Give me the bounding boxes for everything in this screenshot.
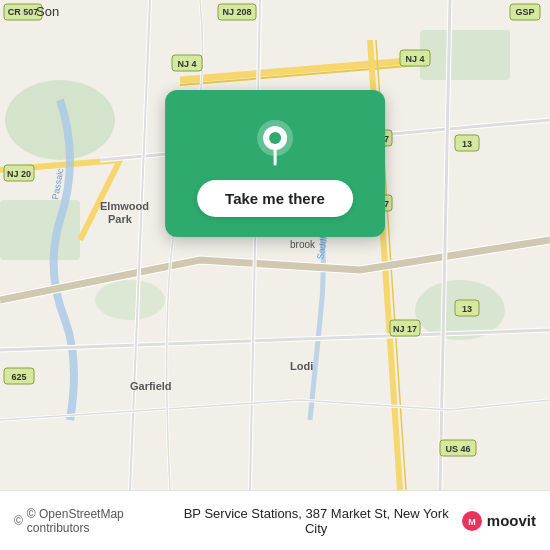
svg-text:NJ 20: NJ 20 <box>7 169 31 179</box>
svg-text:Elmwood: Elmwood <box>100 200 149 212</box>
svg-text:625: 625 <box>11 372 26 382</box>
moovit-text: moovit <box>487 512 536 529</box>
location-label: BP Service Stations, 387 Market St, New … <box>172 506 461 536</box>
svg-point-5 <box>95 280 165 320</box>
svg-point-1 <box>5 80 115 160</box>
map-svg: CR 507 NJ 4 NJ 4 NJ 208 GSP NJ 20 NJ 17 … <box>0 0 550 490</box>
map-view: CR 507 NJ 4 NJ 4 NJ 208 GSP NJ 20 NJ 17 … <box>0 0 550 490</box>
svg-rect-3 <box>420 30 510 80</box>
osm-attribution: © OpenStreetMap contributors <box>27 507 172 535</box>
svg-text:Lodi: Lodi <box>290 360 313 372</box>
copyright-symbol: © <box>14 514 23 528</box>
svg-text:NJ 4: NJ 4 <box>177 59 196 69</box>
moovit-logo: M moovit <box>461 510 536 532</box>
svg-text:US 46: US 46 <box>445 444 470 454</box>
svg-text:13: 13 <box>462 304 472 314</box>
location-pin-icon <box>251 118 299 166</box>
svg-text:GSP: GSP <box>515 7 534 17</box>
svg-rect-2 <box>0 200 80 260</box>
svg-point-43 <box>269 132 281 144</box>
svg-text:NJ 17: NJ 17 <box>393 324 417 334</box>
svg-text:13: 13 <box>462 139 472 149</box>
destination-card: Take me there <box>165 90 385 237</box>
take-me-there-button[interactable]: Take me there <box>197 180 353 217</box>
svg-text:Park: Park <box>108 213 133 225</box>
svg-text:brook: brook <box>290 239 316 250</box>
moovit-icon: M <box>461 510 483 532</box>
svg-text:M: M <box>468 517 476 527</box>
svg-text:Son: Son <box>36 4 59 19</box>
svg-text:CR 507: CR 507 <box>8 7 39 17</box>
svg-text:Garfield: Garfield <box>130 380 172 392</box>
svg-text:NJ 4: NJ 4 <box>405 54 424 64</box>
svg-text:NJ 208: NJ 208 <box>222 7 251 17</box>
bottom-bar: © © OpenStreetMap contributors BP Servic… <box>0 490 550 550</box>
